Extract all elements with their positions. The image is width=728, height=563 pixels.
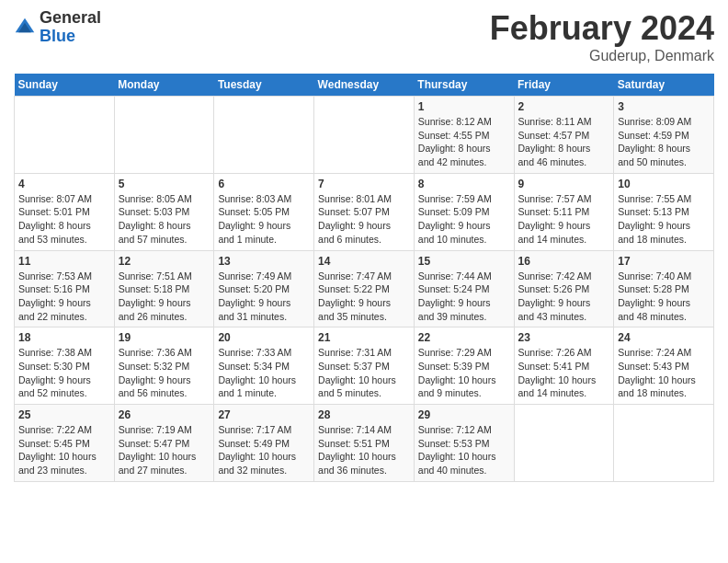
day-number: 17 xyxy=(618,255,710,268)
day-info: Sunrise: 7:55 AM Sunset: 5:13 PM Dayligh… xyxy=(618,192,710,247)
day-info: Sunrise: 7:36 AM Sunset: 5:32 PM Dayligh… xyxy=(119,346,210,400)
calendar-day-cell: 8Sunrise: 7:59 AM Sunset: 5:09 PM Daylig… xyxy=(414,173,514,250)
calendar-day-cell: 1Sunrise: 8:12 AM Sunset: 4:55 PM Daylig… xyxy=(414,97,514,174)
weekday-header-cell: Tuesday xyxy=(214,74,314,97)
calendar-day-cell: 13Sunrise: 7:49 AM Sunset: 5:20 PM Dayli… xyxy=(214,250,314,327)
day-info: Sunrise: 8:12 AM Sunset: 4:55 PM Dayligh… xyxy=(418,115,510,169)
day-number: 12 xyxy=(119,255,210,268)
day-info: Sunrise: 8:11 AM Sunset: 4:57 PM Dayligh… xyxy=(518,115,610,169)
day-info: Sunrise: 7:33 AM Sunset: 5:34 PM Dayligh… xyxy=(218,346,310,400)
calendar-day-cell: 19Sunrise: 7:36 AM Sunset: 5:32 PM Dayli… xyxy=(114,327,214,405)
calendar-day-cell: 24Sunrise: 7:24 AM Sunset: 5:43 PM Dayli… xyxy=(614,327,714,405)
day-number: 14 xyxy=(318,255,410,268)
calendar-day-cell xyxy=(514,405,614,482)
calendar-day-cell xyxy=(314,97,415,174)
day-number: 23 xyxy=(518,331,610,344)
day-number: 21 xyxy=(318,331,410,344)
calendar-day-cell: 21Sunrise: 7:31 AM Sunset: 5:37 PM Dayli… xyxy=(314,327,415,405)
day-number: 8 xyxy=(418,178,510,190)
day-number: 18 xyxy=(18,331,110,344)
day-number: 16 xyxy=(518,255,610,268)
day-number: 13 xyxy=(218,255,310,268)
calendar-week-row: 11Sunrise: 7:53 AM Sunset: 5:16 PM Dayli… xyxy=(15,250,714,327)
day-info: Sunrise: 7:49 AM Sunset: 5:20 PM Dayligh… xyxy=(218,270,310,324)
location: Guderup, Denmark xyxy=(490,48,714,64)
day-info: Sunrise: 7:53 AM Sunset: 5:16 PM Dayligh… xyxy=(18,270,110,324)
weekday-header-cell: Thursday xyxy=(414,74,514,97)
day-info: Sunrise: 7:44 AM Sunset: 5:24 PM Dayligh… xyxy=(418,270,510,324)
calendar-day-cell: 15Sunrise: 7:44 AM Sunset: 5:24 PM Dayli… xyxy=(414,250,514,327)
calendar-day-cell: 5Sunrise: 8:05 AM Sunset: 5:03 PM Daylig… xyxy=(114,173,214,250)
day-info: Sunrise: 7:42 AM Sunset: 5:26 PM Dayligh… xyxy=(518,270,610,324)
calendar-day-cell: 16Sunrise: 7:42 AM Sunset: 5:26 PM Dayli… xyxy=(514,250,614,327)
calendar-day-cell: 25Sunrise: 7:22 AM Sunset: 5:45 PM Dayli… xyxy=(15,405,115,482)
calendar-day-cell: 11Sunrise: 7:53 AM Sunset: 5:16 PM Dayli… xyxy=(15,250,115,327)
day-number: 10 xyxy=(618,178,710,190)
day-number: 9 xyxy=(518,178,610,190)
month-title: February 2024 xyxy=(490,9,714,48)
day-number: 2 xyxy=(518,100,610,113)
calendar-day-cell xyxy=(15,97,115,174)
calendar-day-cell: 17Sunrise: 7:40 AM Sunset: 5:28 PM Dayli… xyxy=(614,250,714,327)
logo-general-text: General xyxy=(40,8,101,27)
day-number: 3 xyxy=(618,100,710,113)
weekday-header-cell: Saturday xyxy=(614,74,714,97)
day-info: Sunrise: 8:09 AM Sunset: 4:59 PM Dayligh… xyxy=(618,115,710,169)
day-info: Sunrise: 7:47 AM Sunset: 5:22 PM Dayligh… xyxy=(318,270,410,324)
calendar-day-cell: 9Sunrise: 7:57 AM Sunset: 5:11 PM Daylig… xyxy=(514,173,614,250)
day-info: Sunrise: 8:01 AM Sunset: 5:07 PM Dayligh… xyxy=(318,192,410,247)
calendar-table: SundayMondayTuesdayWednesdayThursdayFrid… xyxy=(14,74,714,482)
calendar-day-cell: 6Sunrise: 8:03 AM Sunset: 5:05 PM Daylig… xyxy=(214,173,314,250)
day-info: Sunrise: 7:59 AM Sunset: 5:09 PM Dayligh… xyxy=(418,192,510,247)
calendar-day-cell: 27Sunrise: 7:17 AM Sunset: 5:49 PM Dayli… xyxy=(214,405,314,482)
calendar-day-cell: 3Sunrise: 8:09 AM Sunset: 4:59 PM Daylig… xyxy=(614,97,714,174)
day-info: Sunrise: 7:19 AM Sunset: 5:47 PM Dayligh… xyxy=(119,423,210,477)
day-number: 4 xyxy=(18,178,110,190)
weekday-header-row: SundayMondayTuesdayWednesdayThursdayFrid… xyxy=(15,74,714,97)
day-number: 19 xyxy=(119,331,210,344)
calendar-day-cell: 20Sunrise: 7:33 AM Sunset: 5:34 PM Dayli… xyxy=(214,327,314,405)
day-info: Sunrise: 7:57 AM Sunset: 5:11 PM Dayligh… xyxy=(518,192,610,247)
day-info: Sunrise: 8:03 AM Sunset: 5:05 PM Dayligh… xyxy=(218,192,310,247)
calendar-day-cell: 10Sunrise: 7:55 AM Sunset: 5:13 PM Dayli… xyxy=(614,173,714,250)
weekday-header-cell: Monday xyxy=(114,74,214,97)
calendar-week-row: 18Sunrise: 7:38 AM Sunset: 5:30 PM Dayli… xyxy=(15,327,714,405)
day-number: 15 xyxy=(418,255,510,268)
calendar-day-cell: 29Sunrise: 7:12 AM Sunset: 5:53 PM Dayli… xyxy=(414,405,514,482)
day-info: Sunrise: 8:07 AM Sunset: 5:01 PM Dayligh… xyxy=(18,192,110,247)
calendar-day-cell: 18Sunrise: 7:38 AM Sunset: 5:30 PM Dayli… xyxy=(15,327,115,405)
day-info: Sunrise: 7:40 AM Sunset: 5:28 PM Dayligh… xyxy=(618,270,710,324)
calendar-day-cell: 26Sunrise: 7:19 AM Sunset: 5:47 PM Dayli… xyxy=(114,405,214,482)
day-info: Sunrise: 7:38 AM Sunset: 5:30 PM Dayligh… xyxy=(18,346,110,400)
weekday-header-cell: Friday xyxy=(514,74,614,97)
day-number: 6 xyxy=(218,178,310,190)
day-number: 20 xyxy=(218,331,310,344)
calendar-day-cell: 7Sunrise: 8:01 AM Sunset: 5:07 PM Daylig… xyxy=(314,173,415,250)
calendar-week-row: 1Sunrise: 8:12 AM Sunset: 4:55 PM Daylig… xyxy=(15,97,714,174)
day-number: 11 xyxy=(18,255,110,268)
day-info: Sunrise: 7:14 AM Sunset: 5:51 PM Dayligh… xyxy=(318,423,410,477)
day-info: Sunrise: 7:26 AM Sunset: 5:41 PM Dayligh… xyxy=(518,346,610,400)
calendar-day-cell: 28Sunrise: 7:14 AM Sunset: 5:51 PM Dayli… xyxy=(314,405,415,482)
day-info: Sunrise: 7:17 AM Sunset: 5:49 PM Dayligh… xyxy=(218,423,310,477)
day-info: Sunrise: 7:31 AM Sunset: 5:37 PM Dayligh… xyxy=(318,346,410,400)
day-info: Sunrise: 8:05 AM Sunset: 5:03 PM Dayligh… xyxy=(119,192,210,247)
day-info: Sunrise: 7:51 AM Sunset: 5:18 PM Dayligh… xyxy=(119,270,210,324)
day-number: 5 xyxy=(119,178,210,190)
day-number: 7 xyxy=(318,178,410,190)
day-info: Sunrise: 7:12 AM Sunset: 5:53 PM Dayligh… xyxy=(418,423,510,477)
title-block: February 2024 Guderup, Denmark xyxy=(490,9,714,64)
logo: General Blue xyxy=(14,9,101,46)
calendar-day-cell: 23Sunrise: 7:26 AM Sunset: 5:41 PM Dayli… xyxy=(514,327,614,405)
day-number: 22 xyxy=(418,331,510,344)
day-number: 24 xyxy=(618,331,710,344)
calendar-day-cell: 12Sunrise: 7:51 AM Sunset: 5:18 PM Dayli… xyxy=(114,250,214,327)
day-info: Sunrise: 7:22 AM Sunset: 5:45 PM Dayligh… xyxy=(18,423,110,477)
day-info: Sunrise: 7:29 AM Sunset: 5:39 PM Dayligh… xyxy=(418,346,510,400)
day-number: 1 xyxy=(418,100,510,113)
logo-icon xyxy=(14,17,36,39)
calendar-day-cell: 2Sunrise: 8:11 AM Sunset: 4:57 PM Daylig… xyxy=(514,97,614,174)
calendar-week-row: 4Sunrise: 8:07 AM Sunset: 5:01 PM Daylig… xyxy=(15,173,714,250)
calendar-day-cell xyxy=(114,97,214,174)
calendar-body: 1Sunrise: 8:12 AM Sunset: 4:55 PM Daylig… xyxy=(15,97,714,482)
